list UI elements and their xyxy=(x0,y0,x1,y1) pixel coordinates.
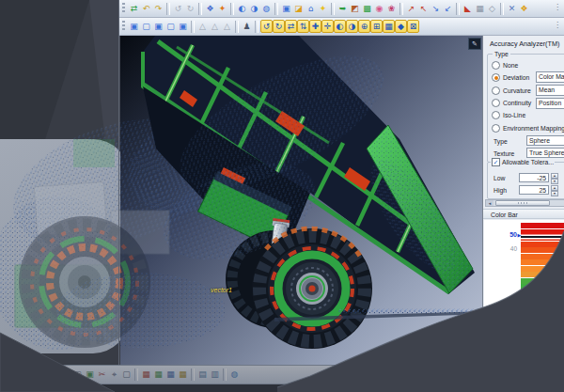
columns-icon[interactable]: ▥ xyxy=(209,368,221,382)
section-icon[interactable]: ◩ xyxy=(349,2,361,16)
radio-row-curvature[interactable]: Curvature xyxy=(492,86,531,95)
model-green-icon[interactable]: ▣ xyxy=(84,368,96,382)
texture-field-dropdown[interactable]: True Sphere xyxy=(526,148,564,158)
radio-row-isoline[interactable]: Iso-Line xyxy=(492,111,525,119)
low-spinner[interactable]: ▲▼ xyxy=(551,173,558,182)
toolbar-overflow-icon[interactable]: ⋮ xyxy=(554,3,561,11)
radio-row-environment-mapping[interactable]: Environment Mapping xyxy=(492,124,564,133)
high-spinner[interactable]: ▲▼ xyxy=(551,185,558,195)
import-icon[interactable]: ⇄ xyxy=(128,2,140,16)
radio-row-continuity[interactable]: Continuity xyxy=(492,99,531,107)
align-sw-icon[interactable]: ↙ xyxy=(442,2,454,16)
measure-triangle-icon[interactable]: ◣ xyxy=(462,2,474,16)
legend-gold-icon[interactable]: ▦ xyxy=(177,368,189,382)
radio-dot-5[interactable] xyxy=(492,124,500,133)
mesh-medium-icon[interactable]: △ xyxy=(209,20,221,34)
rotate-right-disabled-icon[interactable]: ↻ xyxy=(184,2,196,16)
view-cube-2-icon[interactable]: ▢ xyxy=(140,20,152,34)
legend-red-icon[interactable]: ▦ xyxy=(140,368,152,382)
radio-dot-0[interactable] xyxy=(492,61,500,70)
align-nw-icon[interactable]: ↖ xyxy=(417,2,430,16)
legend-green-icon[interactable]: ▦ xyxy=(152,368,164,382)
mesh-coarse-icon[interactable]: △ xyxy=(196,20,209,34)
continuity-dropdown[interactable]: Position xyxy=(536,98,564,109)
view-cube-4-icon[interactable]: ▢ xyxy=(164,20,177,34)
scan-flip-icon[interactable]: ⇅ xyxy=(297,20,309,33)
select-region-icon[interactable]: ❖ xyxy=(204,2,216,16)
tolerance-checkbox[interactable] xyxy=(492,158,500,166)
toolbar-drag-handle[interactable] xyxy=(122,21,125,32)
legend-blue-icon[interactable]: ▦ xyxy=(164,368,177,382)
scan-compare-icon[interactable]: ⇄ xyxy=(285,20,297,33)
scan-register-icon[interactable]: ⊕ xyxy=(358,20,370,33)
toolbar-separator xyxy=(134,368,138,381)
scan-half-right-icon[interactable]: ◑ xyxy=(346,20,358,33)
grid-icon[interactable]: ▦ xyxy=(474,2,486,16)
cut-icon[interactable]: ✂ xyxy=(96,368,108,382)
scan-grid-icon[interactable]: ⊞ xyxy=(370,20,383,33)
mesh-sphere-icon[interactable]: ◐ xyxy=(236,2,248,16)
scan-half-left-icon[interactable]: ◐ xyxy=(334,20,346,33)
color-bar xyxy=(521,223,564,290)
mesh-shell-icon[interactable]: ◑ xyxy=(248,2,260,16)
gem-tool-icon[interactable]: ❖ xyxy=(518,2,530,16)
target-point-icon[interactable]: ✦ xyxy=(216,2,228,16)
scan-mesh-icon[interactable]: ▦ xyxy=(383,20,395,33)
scrollbar-left-arrow-icon[interactable] xyxy=(486,200,494,206)
allowable-tolerance-row[interactable]: Allowable Tolera... xyxy=(491,158,555,166)
radio-dot-1[interactable] xyxy=(492,73,500,82)
radio-dot-4[interactable] xyxy=(492,111,500,119)
undo-icon[interactable]: ↶ xyxy=(140,2,152,16)
type-field-dropdown[interactable]: Sphere xyxy=(526,135,564,146)
scrollbar-thumb[interactable] xyxy=(495,200,550,206)
toolbar-overflow-icon[interactable]: ⋮ xyxy=(554,21,561,29)
box-icon[interactable]: ▢ xyxy=(120,368,133,382)
redo-icon[interactable]: ↷ xyxy=(152,2,164,16)
window-view-icon[interactable]: ▣ xyxy=(280,2,292,16)
curvature-dropdown[interactable]: Mean xyxy=(536,85,564,96)
toolbar-drag-handle[interactable] xyxy=(122,3,125,14)
folder-icon[interactable]: ◪ xyxy=(292,2,305,16)
radio-dot-2[interactable] xyxy=(492,86,500,95)
color-bar-segment xyxy=(521,254,564,259)
scan-add-icon[interactable]: ✚ xyxy=(309,20,321,33)
mesh-fine-icon[interactable]: △ xyxy=(221,20,233,34)
home-view-icon[interactable]: ⌂ xyxy=(305,2,317,16)
sphere-probe-icon[interactable]: ◉ xyxy=(373,2,385,16)
pick-icon[interactable]: ⌖ xyxy=(108,368,120,382)
diamond-select-icon[interactable]: ◇ xyxy=(486,2,498,16)
table-icon[interactable]: ▤ xyxy=(196,368,209,382)
globe-icon[interactable]: ◍ xyxy=(228,368,241,382)
colorbar-marker-line[interactable] xyxy=(521,236,564,238)
high-value-field[interactable]: 25 xyxy=(519,185,549,195)
radio-dot-3[interactable] xyxy=(492,99,500,107)
align-ne-icon[interactable]: ↗ xyxy=(405,2,417,16)
scan-close-icon[interactable]: ⊠ xyxy=(407,20,419,33)
scan-align-icon[interactable]: ↺ xyxy=(260,20,273,33)
rotate-left-disabled-icon[interactable]: ↺ xyxy=(172,2,184,16)
viewport-edit-icon[interactable]: ✎ xyxy=(468,38,481,50)
radio-row-none[interactable]: None xyxy=(492,61,518,70)
view-cube-3-icon[interactable]: ▣ xyxy=(152,20,164,34)
deviation-dropdown[interactable]: Color Map xyxy=(536,71,564,83)
flower-pattern-icon[interactable]: ❀ xyxy=(385,2,398,16)
toolbar-drag-handle[interactable] xyxy=(54,369,56,381)
view-cube-5-icon[interactable]: ▣ xyxy=(177,20,189,34)
radio-row-deviation[interactable]: Deviation xyxy=(492,73,529,82)
model-tree-icon[interactable]: ▣ xyxy=(59,368,71,382)
grid-compare-icon[interactable]: ▩ xyxy=(361,2,373,16)
flash-render-icon[interactable]: ✦ xyxy=(317,2,329,16)
toolbar-separator xyxy=(400,3,403,15)
export-icon[interactable]: ➥ xyxy=(337,2,349,16)
mesh-solid-icon[interactable]: ◍ xyxy=(260,2,273,16)
scan-diamond-icon[interactable]: ◆ xyxy=(395,20,407,33)
view-cube-1-icon[interactable]: ▣ xyxy=(128,20,140,34)
low-value-field[interactable]: -25 xyxy=(519,173,549,182)
walkthrough-icon[interactable]: ♟ xyxy=(241,20,253,34)
delete-icon[interactable]: ✕ xyxy=(506,2,518,16)
align-se-icon[interactable]: ↘ xyxy=(430,2,442,16)
scan-merge-icon[interactable]: ↻ xyxy=(273,20,285,33)
scan-cross-icon[interactable]: ✛ xyxy=(321,20,334,33)
panel-horizontal-scrollbar[interactable] xyxy=(485,199,564,207)
model-copy-icon[interactable]: ▢ xyxy=(71,368,84,382)
